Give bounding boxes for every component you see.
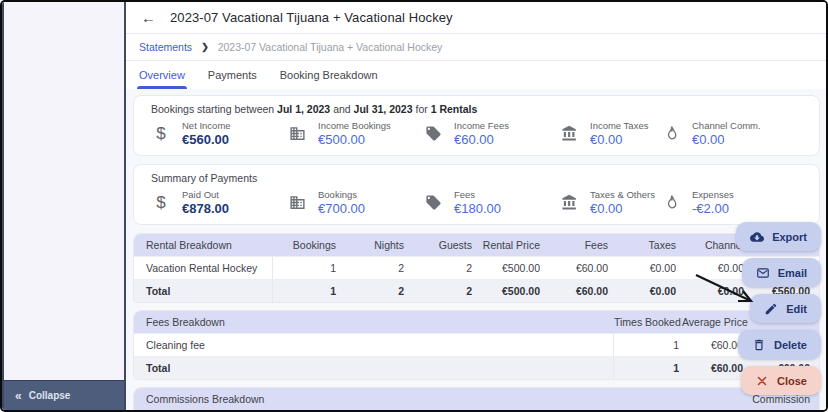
rental-breakdown-header: Rental Breakdown Bookings Nights Guests …: [134, 234, 819, 256]
breadcrumb-current: 2023-07 Vacational Tijuana + Vacational …: [218, 41, 443, 53]
building-icon: [287, 125, 307, 142]
stat-channel-comm: Channel Comm. €0.00: [661, 120, 797, 147]
payments-title: Summary of Payments: [151, 172, 819, 184]
dollar-icon: $: [151, 124, 171, 144]
dollar-icon: $: [151, 193, 171, 213]
tab-payments[interactable]: Payments: [208, 61, 257, 89]
table-title: Rental Breakdown: [134, 239, 273, 251]
collapse-label: Collapse: [29, 390, 71, 401]
table-total-row: Total 1 2 2 €500.00 €60.00 €0.00 €0.00 €…: [134, 279, 819, 302]
email-button[interactable]: Email: [742, 258, 821, 287]
table-title: Fees Breakdown: [134, 316, 614, 328]
stat-income-fees: Income Fees €60.00: [423, 120, 559, 147]
page-header: ← 2023-07 Vacational Tijuana + Vacationa…: [126, 2, 826, 34]
period-line: Bookings starting between Jul 1, 2023 an…: [151, 103, 819, 115]
tag-icon: [423, 194, 443, 211]
cloud-download-icon: [750, 230, 764, 244]
close-icon: [755, 374, 769, 388]
tab-overview[interactable]: Overview: [139, 61, 185, 89]
table-total-row: Total 1 €60.00 €60.00: [134, 356, 819, 379]
main-panel: ← 2023-07 Vacational Tijuana + Vacationa…: [126, 2, 826, 410]
table-row: Cleaning fee 1 €60.00 €60.00: [134, 333, 819, 356]
export-button[interactable]: Export: [736, 222, 821, 251]
table-title: Commissions Breakdown: [134, 393, 682, 405]
email-icon: [756, 266, 770, 280]
breadcrumb: Statements ❯ 2023-07 Vacational Tijuana …: [126, 34, 826, 61]
bank-icon: [559, 125, 579, 142]
breadcrumb-statements-link[interactable]: Statements: [139, 41, 192, 53]
rental-breakdown-table: Rental Breakdown Bookings Nights Guests …: [133, 233, 820, 303]
pencil-icon: [764, 302, 778, 316]
bank-icon: [559, 194, 579, 211]
sidebar: « Collapse: [2, 2, 126, 410]
edit-button[interactable]: Edit: [750, 294, 821, 323]
fees-breakdown-header: Fees Breakdown Times Booked Average Pric…: [134, 311, 819, 333]
payments-stats-row: $ Paid Out €878.00 Bookings €700.00: [151, 189, 819, 216]
statement-actions-menu: Export Email Edit Delete Close: [736, 222, 821, 395]
close-button[interactable]: Close: [741, 366, 821, 395]
delete-button[interactable]: Delete: [738, 330, 821, 359]
table-row: Vacation Rental Hockey 1 2 2 €500.00 €60…: [134, 256, 819, 279]
stat-expenses: Expenses -€2.00: [661, 189, 797, 216]
page-title: 2023-07 Vacational Tijuana + Vacational …: [170, 10, 453, 25]
stat-net-income: $ Net Income €560.00: [151, 120, 287, 147]
app-window: « Collapse ← 2023-07 Vacational Tijuana …: [0, 0, 828, 412]
income-stats-row: $ Net Income €560.00 Income Bookings €50…: [151, 120, 819, 147]
stat-income-taxes: Income Taxes €0.00: [559, 120, 661, 147]
tab-booking-breakdown[interactable]: Booking Breakdown: [280, 61, 378, 89]
sidebar-collapse-button[interactable]: « Collapse: [4, 380, 124, 410]
flame-icon: [661, 125, 681, 142]
fees-breakdown-table: Fees Breakdown Times Booked Average Pric…: [133, 310, 820, 380]
tag-icon: [423, 125, 443, 142]
chevron-right-icon: ❯: [201, 42, 209, 52]
back-arrow-icon[interactable]: ←: [141, 10, 156, 25]
stat-bookings: Bookings €700.00: [287, 189, 423, 216]
payments-summary-card: Summary of Payments $ Paid Out €878.00 B…: [133, 164, 820, 225]
commissions-breakdown-header: Commissions Breakdown Commission: [134, 388, 819, 410]
trash-icon: [752, 338, 766, 352]
stat-paid-out: $ Paid Out €878.00: [151, 189, 287, 216]
overview-content: Bookings starting between Jul 1, 2023 an…: [126, 87, 826, 410]
stat-taxes-others: Taxes & Others €0.00: [559, 189, 661, 216]
income-summary-card: Bookings starting between Jul 1, 2023 an…: [133, 95, 820, 156]
commissions-breakdown-table: Commissions Breakdown Commission Vacatio…: [133, 387, 820, 412]
tab-bar: Overview Payments Booking Breakdown: [126, 61, 826, 89]
collapse-icon: «: [15, 389, 22, 403]
flame-icon: [661, 194, 681, 211]
stat-income-bookings: Income Bookings €500.00: [287, 120, 423, 147]
stat-fees: Fees €180.00: [423, 189, 559, 216]
building-icon: [287, 194, 307, 211]
